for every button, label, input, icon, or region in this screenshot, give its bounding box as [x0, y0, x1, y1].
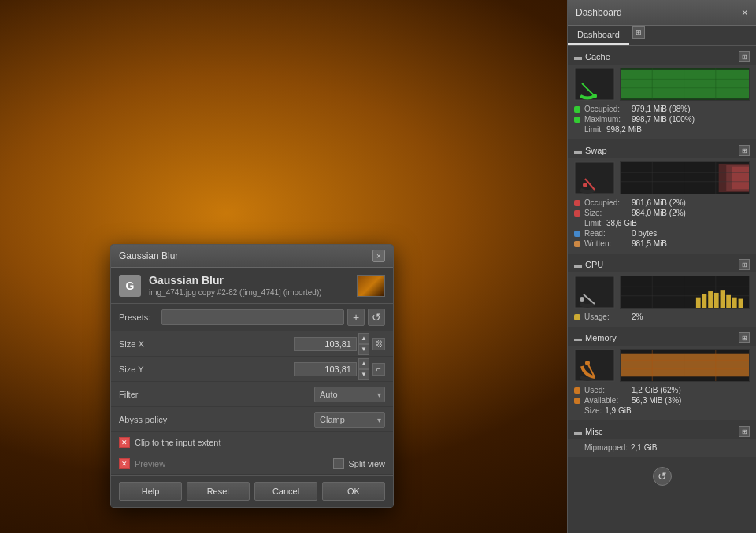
gaussian-blur-dialog: Gaussian Blur × G Gaussian Blur img_4741… [110, 244, 394, 508]
swap-read-row: Read: 0 bytes [574, 228, 750, 239]
abyss-label: Abyss policy [119, 415, 314, 424]
cache-maximum-dot [574, 117, 580, 123]
refresh-button[interactable]: ↺ [653, 467, 672, 486]
cache-maximum-row: Maximum: 998,7 MiB (100%) [574, 114, 750, 124]
dialog-title-bar: Gaussian Blur × [111, 245, 393, 268]
svg-rect-36 [726, 295, 731, 308]
svg-point-11 [583, 183, 587, 187]
swap-occupied-value: 981,6 MiB (2%) [632, 198, 686, 207]
size-y-row: Size Y ▲ ▼ ⌐ [111, 357, 393, 382]
filter-label: Filter [119, 390, 314, 399]
size-x-down-arrow[interactable]: ▼ [358, 344, 369, 355]
cpu-usage-label: Usage: [584, 313, 632, 321]
cache-limit-row: Limit: 998,2 MiB [574, 124, 750, 135]
cpu-section-header[interactable]: ▬ CPU ⊞ [568, 257, 756, 272]
svg-rect-31 [696, 298, 701, 308]
misc-mipmapped-label: Mipmapped: [574, 443, 628, 452]
split-view-label: Split view [349, 459, 385, 468]
misc-settings-icon[interactable]: ⊞ [739, 426, 750, 437]
size-y-down-arrow[interactable]: ▼ [358, 369, 369, 380]
cache-section: ▬ Cache ⊞ [568, 49, 756, 139]
preview-checkbox[interactable]: ✕ [119, 458, 130, 469]
tab-dashboard[interactable]: Dashboard [568, 26, 629, 45]
misc-section-title: Misc [585, 427, 739, 436]
swap-size-dot [574, 210, 580, 217]
cancel-button[interactable]: Cancel [254, 482, 317, 501]
link-size-button[interactable]: ⛓ [372, 338, 385, 350]
cache-chart [620, 68, 750, 101]
filter-row: Filter Auto Linear Cubic None [111, 382, 393, 407]
memory-section-title: Memory [585, 333, 739, 342]
swap-section-header[interactable]: ▬ Swap ⊞ [568, 143, 756, 158]
memory-available-dot [574, 398, 580, 404]
cache-occupied-value: 979,1 MiB (98%) [632, 105, 690, 113]
reset-preset-button[interactable]: ↺ [368, 309, 385, 326]
cpu-settings-icon[interactable]: ⊞ [739, 259, 750, 270]
help-button[interactable]: Help [119, 482, 182, 501]
swap-read-dot [574, 231, 580, 237]
cpu-usage-dot [574, 314, 580, 320]
dialog-close-button[interactable]: × [372, 250, 385, 262]
swap-settings-icon[interactable]: ⊞ [739, 145, 750, 156]
preview-label: Preview [135, 459, 333, 468]
misc-mipmapped-value: 2,1 GiB [631, 443, 657, 452]
tab-dashboard-label: Dashboard [577, 30, 620, 39]
memory-size-label: Size: [574, 406, 602, 415]
refresh-area: ↺ [568, 461, 756, 492]
plugin-logo: G [119, 275, 141, 297]
swap-limit-row: Limit: 38,6 GiB [574, 218, 750, 228]
filter-select[interactable]: Auto Linear Cubic None [314, 387, 385, 402]
svg-rect-38 [739, 299, 743, 308]
lock-size-button[interactable]: ⌐ [372, 363, 385, 376]
misc-mipmapped-row: Mipmapped: 2,1 GiB [574, 442, 750, 453]
memory-available-value: 56,3 MiB (3%) [632, 396, 681, 405]
memory-available-row: Available: 56,3 MiB (3%) [574, 395, 750, 405]
cpu-collapse-icon: ▬ [574, 261, 582, 269]
size-x-input[interactable] [294, 337, 357, 351]
reset-button[interactable]: Reset [187, 482, 250, 501]
tab-settings-icon[interactable]: ⊞ [632, 26, 645, 39]
swap-read-value: 0 bytes [632, 229, 657, 238]
dashboard-body: ▬ Cache ⊞ [568, 46, 756, 533]
memory-section: ▬ Memory ⊞ [568, 330, 756, 420]
cache-settings-icon[interactable]: ⊞ [739, 51, 750, 62]
swap-occupied-row: Occupied: 981,6 MiB (2%) [574, 198, 750, 208]
memory-settings-icon[interactable]: ⊞ [739, 332, 750, 343]
memory-section-header[interactable]: ▬ Memory ⊞ [568, 330, 756, 346]
size-x-value-area: ▲ ▼ ⛓ [182, 333, 385, 355]
cache-maximum-label: Maximum: [584, 115, 632, 124]
swap-written-label: Written: [584, 239, 632, 248]
cache-section-title: Cache [585, 52, 739, 61]
cache-occupied-dot [574, 106, 580, 113]
cpu-chart [620, 276, 750, 309]
size-y-input[interactable] [294, 362, 357, 376]
size-y-up-arrow[interactable]: ▲ [358, 358, 369, 369]
dashboard-close-button[interactable]: × [742, 6, 748, 19]
size-x-up-arrow[interactable]: ▲ [358, 333, 369, 344]
ok-button[interactable]: OK [322, 482, 385, 501]
cache-section-header[interactable]: ▬ Cache ⊞ [568, 49, 756, 65]
svg-rect-34 [714, 293, 719, 308]
size-y-value-area: ▲ ▼ ⌐ [182, 358, 385, 380]
swap-gauge-row [574, 161, 750, 194]
memory-gauge-row [574, 349, 750, 382]
abyss-select[interactable]: Clamp None Loop Black [314, 412, 385, 428]
clip-checkbox[interactable]: ✕ [119, 437, 130, 448]
cache-gauge-row [574, 68, 750, 101]
clip-row: ✕ Clip to the input extent [111, 432, 393, 453]
cpu-section-content: Usage: 2% [568, 272, 756, 327]
memory-used-dot [574, 387, 580, 394]
swap-size-value: 984,0 MiB (2%) [632, 209, 686, 217]
svg-rect-4 [621, 70, 749, 98]
swap-written-dot [574, 241, 580, 247]
add-preset-button[interactable]: + [347, 309, 365, 326]
memory-collapse-icon: ▬ [574, 334, 582, 342]
swap-occupied-dot [574, 200, 580, 206]
memory-chart [620, 349, 750, 382]
cache-limit-value: 998,2 MiB [606, 125, 642, 134]
cache-occupied-label: Occupied: [584, 105, 632, 113]
split-view-checkbox[interactable] [333, 458, 344, 469]
presets-select[interactable] [161, 309, 344, 325]
swap-limit-label: Limit: [574, 219, 603, 228]
misc-section-header[interactable]: ▬ Misc ⊞ [568, 424, 756, 439]
